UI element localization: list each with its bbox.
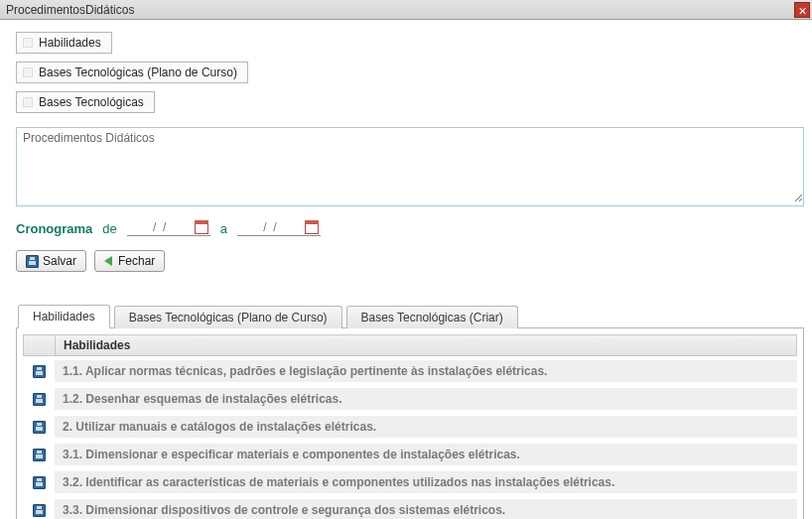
date-from-input[interactable] xyxy=(129,220,191,234)
date-from-wrapper xyxy=(127,220,210,236)
back-arrow-icon xyxy=(104,256,112,266)
fechar-button[interactable]: Fechar xyxy=(94,250,165,272)
salvar-button[interactable]: Salvar xyxy=(16,250,86,272)
save-icon xyxy=(26,255,39,268)
row-text: 3.2. Identificar as características de m… xyxy=(55,471,797,493)
table-row: 1.1. Aplicar normas técnicas, padrões e … xyxy=(23,358,797,384)
row-save-button[interactable] xyxy=(23,365,55,378)
row-save-button[interactable] xyxy=(23,504,55,517)
row-text: 1.2. Desenhar esquemas de instalações el… xyxy=(55,388,797,410)
pill-bases[interactable]: Bases Tecnológicas xyxy=(16,91,155,113)
tab-label: Habilidades xyxy=(33,310,95,324)
content-viewport: Habilidades Bases Tecnológicas (Plano de… xyxy=(0,20,812,519)
grid-panel: Habilidades 1.1. Aplicar normas técnicas… xyxy=(16,328,804,519)
calendar-icon[interactable] xyxy=(195,220,208,234)
pill-habilidades[interactable]: Habilidades xyxy=(16,32,112,54)
tabstrip: Habilidades Bases Tecnológicas (Plano de… xyxy=(16,304,804,328)
save-icon xyxy=(33,476,46,489)
pill-dot-icon xyxy=(23,38,33,48)
date-to-wrapper xyxy=(237,220,321,236)
grid-header-title: Habilidades xyxy=(56,335,796,355)
save-icon xyxy=(33,365,46,378)
row-save-button[interactable] xyxy=(23,476,55,489)
tab-label: Bases Tecnológicas (Plano de Curso) xyxy=(129,311,328,324)
fechar-label: Fechar xyxy=(118,254,155,268)
procedimentos-group: Procedimentos Didáticos xyxy=(16,127,804,206)
tab-label: Bases Tecnológicas (Criar) xyxy=(361,311,503,324)
pill-label: Habilidades xyxy=(39,36,101,50)
calendar-icon[interactable] xyxy=(305,220,319,234)
pill-label: Bases Tecnológicas (Plano de Curso) xyxy=(39,65,237,79)
group-label: Procedimentos Didáticos xyxy=(17,128,803,145)
table-row: 2. Utilizar manuais e catálogos de insta… xyxy=(23,414,797,440)
save-icon xyxy=(33,449,46,461)
close-icon[interactable]: ✕ xyxy=(794,2,810,18)
grid-header-icon-cell xyxy=(24,335,56,355)
date-to-input[interactable] xyxy=(239,220,301,234)
pill-bases-plano[interactable]: Bases Tecnológicas (Plano de Curso) xyxy=(16,62,248,83)
table-row: 3.3. Dimensionar dispositivos de control… xyxy=(23,497,797,519)
save-icon xyxy=(33,393,46,406)
cronograma-row: Cronograma de a xyxy=(16,220,804,236)
row-save-button[interactable] xyxy=(23,449,55,461)
window-title: ProcedimentosDidáticos xyxy=(6,3,134,17)
save-icon xyxy=(33,421,46,434)
cronograma-label: Cronograma xyxy=(16,221,92,236)
row-save-button[interactable] xyxy=(23,393,55,406)
row-text: 3.1. Dimensionar e especificar materiais… xyxy=(55,444,797,465)
table-row: 3.1. Dimensionar e especificar materiais… xyxy=(23,442,797,467)
cronograma-a: a xyxy=(220,221,227,236)
row-text: 1.1. Aplicar normas técnicas, padrões e … xyxy=(55,360,797,382)
cronograma-de: de xyxy=(102,221,116,236)
row-text: 3.3. Dimensionar dispositivos de control… xyxy=(55,499,797,519)
grid-header: Habilidades xyxy=(23,334,797,356)
window-titlebar: ProcedimentosDidáticos ✕ xyxy=(0,0,812,20)
row-save-button[interactable] xyxy=(23,421,55,434)
salvar-label: Salvar xyxy=(43,254,76,268)
tab-bases-criar[interactable]: Bases Tecnológicas (Criar) xyxy=(346,306,518,328)
tab-habilidades[interactable]: Habilidades xyxy=(18,305,110,328)
row-text: 2. Utilizar manuais e catálogos de insta… xyxy=(55,416,797,438)
pill-label: Bases Tecnológicas xyxy=(39,95,144,109)
pill-dot-icon xyxy=(23,97,33,107)
procedimentos-textarea[interactable] xyxy=(17,145,803,202)
table-row: 3.2. Identificar as características de m… xyxy=(23,469,797,495)
save-icon xyxy=(33,504,46,517)
tab-bases-plano[interactable]: Bases Tecnológicas (Plano de Curso) xyxy=(114,306,342,328)
pill-dot-icon xyxy=(23,67,33,77)
table-row: 1.2. Desenhar esquemas de instalações el… xyxy=(23,386,797,412)
button-row: Salvar Fechar xyxy=(16,250,804,272)
